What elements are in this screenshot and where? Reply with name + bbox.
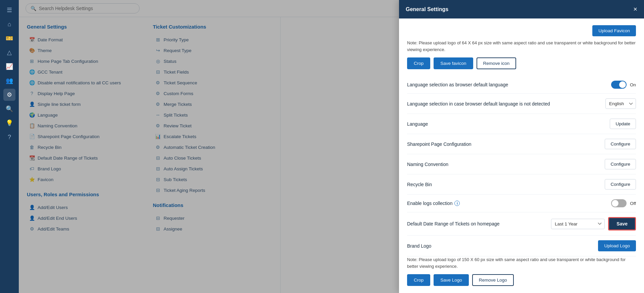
lang-not-detected-row: Language selection in case browser defau… [407, 94, 636, 114]
crop-favicon-button[interactable]: Crop [407, 57, 430, 69]
sidebar-icon-home[interactable]: ⌂ [3, 18, 15, 30]
date-range-label: Default Date Range of Tickets on homepag… [407, 221, 500, 226]
language-control: Update [610, 119, 636, 129]
remove-logo-button[interactable]: Remove Logo [472, 274, 514, 286]
brand-logo-control: Upload Logo [598, 240, 636, 251]
language-update-button[interactable]: Update [610, 119, 636, 129]
logs-toggle-knob [612, 200, 618, 207]
date-range-select[interactable]: Last 1 Year Last 6 Months Last 3 Months … [551, 219, 605, 229]
lang-browser-toggle-text: On [630, 82, 636, 87]
lang-not-detected-control: English French German Spanish [605, 98, 636, 109]
language-row: Language Update [407, 114, 636, 134]
save-logo-button[interactable]: Save Logo [434, 274, 469, 286]
favicon-upload-section: Upload Favicon Note: Please upload logo … [407, 25, 636, 69]
recycle-control: Configure [605, 179, 636, 190]
sidebar: ☰ ⌂ 🎫 △ 📈 👥 ⚙ 🔍 💡 ? [0, 0, 19, 293]
naming-row: Naming Convention Configure [407, 154, 636, 174]
sidebar-icon-settings[interactable]: ⚙ [3, 89, 15, 101]
save-date-range-button[interactable]: Save [608, 217, 636, 231]
remove-icon-button[interactable]: Remove icon [477, 57, 516, 69]
naming-label: Naming Convention [407, 162, 448, 167]
logs-toggle-text: Off [630, 201, 636, 206]
save-favicon-button[interactable]: Save favicon [434, 57, 473, 69]
sidebar-icon-menu[interactable]: ☰ [3, 4, 15, 16]
naming-control: Configure [605, 159, 636, 169]
sidebar-icon-help[interactable]: ? [3, 131, 15, 143]
main-content: 🔍 General Settings 📅 Date Format 🎨 Theme [19, 0, 644, 293]
sidebar-icon-bulb[interactable]: 💡 [3, 117, 15, 129]
brand-logo-row: Brand Logo Upload Logo [407, 236, 636, 256]
date-range-control: Last 1 Year Last 6 Months Last 3 Months … [551, 217, 636, 231]
sidebar-icon-search[interactable]: 🔍 [3, 103, 15, 115]
sharepoint-row: Sharepoint Page Configuration Configure [407, 134, 636, 154]
logs-label: Enable logs collection i [407, 201, 460, 206]
lang-not-detected-select[interactable]: English French German Spanish [605, 98, 636, 109]
lang-browser-toggle[interactable] [611, 81, 627, 89]
toggle-knob [619, 81, 626, 88]
sidebar-icon-ticket[interactable]: 🎫 [3, 32, 15, 44]
upload-favicon-button[interactable]: Upload Favicon [592, 25, 636, 36]
sharepoint-label: Sharepoint Page Configuration [407, 141, 471, 147]
logs-row: Enable logs collection i Off [407, 195, 636, 212]
logs-control: Off [611, 199, 636, 207]
sidebar-icon-alert[interactable]: △ [3, 46, 15, 58]
favicon-note: Note: Please upload logo of 64 X 64 px s… [407, 40, 636, 53]
recycle-configure-button[interactable]: Configure [605, 179, 636, 190]
logs-info-icon[interactable]: i [454, 201, 460, 206]
modal-body: Upload Favicon Note: Please upload logo … [399, 18, 644, 293]
favicon-buttons: Crop Save favicon Remove icon [407, 57, 636, 69]
recycle-row: Recycle Bin Configure [407, 174, 636, 195]
lang-browser-label: Language selection as browser default la… [407, 82, 508, 87]
logs-toggle[interactable] [611, 199, 627, 207]
brand-note: Note: Please upload logo of 150 X 60 px … [407, 256, 636, 269]
language-label: Language [407, 121, 428, 127]
sharepoint-control: Configure [605, 139, 636, 149]
crop-logo-button[interactable]: Crop [407, 274, 430, 286]
upload-logo-button[interactable]: Upload Logo [598, 240, 636, 251]
date-range-row: Default Date Range of Tickets on homepag… [407, 212, 636, 236]
brand-logo-label: Brand Logo [407, 243, 431, 249]
general-settings-modal: General Settings × Upload Favicon Note: … [399, 17, 644, 293]
recycle-label: Recycle Bin [407, 182, 432, 187]
sidebar-icon-chart[interactable]: 📈 [3, 60, 15, 73]
settings-area: General Settings 📅 Date Format 🎨 Theme ⊞… [19, 17, 644, 293]
sidebar-icon-team[interactable]: 👥 [3, 75, 15, 87]
lang-browser-row: Language selection as browser default la… [407, 76, 636, 94]
lang-browser-control: On [611, 81, 636, 89]
brand-logo-buttons: Crop Save Logo Remove Logo [407, 274, 636, 286]
naming-configure-button[interactable]: Configure [605, 159, 636, 169]
sharepoint-configure-button[interactable]: Configure [605, 139, 636, 149]
lang-not-detected-label: Language selection in case browser defau… [407, 101, 550, 107]
